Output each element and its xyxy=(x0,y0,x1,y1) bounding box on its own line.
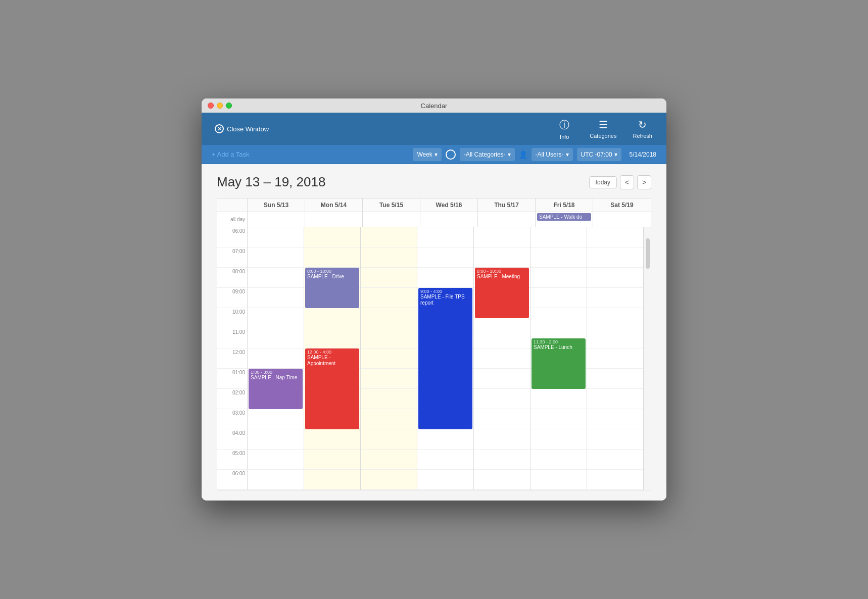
refresh-label: Refresh xyxy=(633,133,652,139)
time-column: 06:0007:0008:0009:0010:0011:0012:0001:00… xyxy=(217,227,248,490)
hour-cell-d2-h2 xyxy=(361,268,417,288)
timezone-label: UTC -07:00 xyxy=(581,151,612,158)
time-header xyxy=(217,198,248,212)
hour-cell-d6-h11 xyxy=(587,450,643,470)
hour-cell-d2-h8 xyxy=(361,389,417,409)
event-title: SAMPLE - File TPS report xyxy=(420,294,470,306)
hour-cell-d6-h8 xyxy=(587,389,643,409)
event-block[interactable]: 9:00 - 4:00SAMPLE - File TPS report xyxy=(418,288,472,429)
time-slot-2: 08:00 xyxy=(217,268,248,288)
toolbar-left: ✕ Close Window xyxy=(210,121,274,136)
day-col-3: 9:00 - 4:00SAMPLE - File TPS report xyxy=(417,227,474,490)
hour-cell-d5-h4 xyxy=(531,308,587,328)
all-day-tue xyxy=(363,212,420,227)
minimize-traffic-light[interactable] xyxy=(217,103,223,109)
next-week-button[interactable]: > xyxy=(637,175,651,189)
hour-cell-d0-h11 xyxy=(248,450,304,470)
scrollbar[interactable] xyxy=(644,227,651,490)
event-title: SAMPLE - Lunch xyxy=(534,344,584,351)
today-button[interactable]: today xyxy=(589,176,617,188)
time-slot-8: 02:00 xyxy=(217,389,248,409)
day-col-6 xyxy=(587,227,644,490)
categories-selector[interactable]: -All Categories- ▾ xyxy=(460,148,515,161)
hour-cell-d6-h7 xyxy=(587,369,643,389)
user-icon: 👤 xyxy=(519,151,527,159)
day-col-5: 11:30 - 2:00SAMPLE - Lunch xyxy=(531,227,587,490)
hour-cell-d4-h7 xyxy=(474,369,530,389)
all-day-fri: SAMPLE - Walk do xyxy=(536,212,593,227)
event-title: SAMPLE - Nap Time xyxy=(251,375,301,381)
hour-cell-d2-h1 xyxy=(361,247,417,268)
event-time: 8:00 - 10:30 xyxy=(477,269,527,274)
day-headers: Sun 5/13 Mon 5/14 Tue 5/15 Wed 5/16 Thu … xyxy=(217,198,651,212)
hour-cell-d5-h8 xyxy=(531,389,587,409)
time-slot-9: 03:00 xyxy=(217,409,248,429)
day-header-mon: Mon 5/14 xyxy=(305,198,363,212)
hour-cell-d2-h5 xyxy=(361,328,417,348)
add-task-label: + Add a Task xyxy=(212,151,250,158)
day-header-thu: Thu 5/17 xyxy=(478,198,536,212)
users-chevron-icon: ▾ xyxy=(566,151,569,158)
close-traffic-light[interactable] xyxy=(208,103,214,109)
categories-chevron-icon: ▾ xyxy=(508,151,511,158)
refresh-button[interactable]: ↻ Refresh xyxy=(626,116,658,142)
all-day-label: all day xyxy=(217,212,248,227)
hour-cell-d3-h0 xyxy=(417,227,473,247)
hour-cell-d3-h2 xyxy=(417,268,473,288)
day-col-0: 1:00 - 3:00SAMPLE - Nap Time xyxy=(248,227,304,490)
hour-cell-d2-h12 xyxy=(361,470,417,490)
close-window-icon: ✕ xyxy=(215,124,224,133)
event-block[interactable]: 8:00 - 10:30SAMPLE - Meeting xyxy=(475,268,529,318)
traffic-lights xyxy=(208,103,232,109)
current-date: 5/14/2018 xyxy=(625,149,660,160)
day-col-2 xyxy=(361,227,417,490)
info-label: Info xyxy=(560,134,569,140)
hour-cell-d5-h2 xyxy=(531,268,587,288)
day-header-tue: Tue 5/15 xyxy=(363,198,420,212)
hour-cell-d4-h11 xyxy=(474,450,530,470)
event-block[interactable]: 8:00 - 10:00SAMPLE - Drive xyxy=(305,268,359,308)
hour-cell-d5-h1 xyxy=(531,247,587,268)
event-block[interactable]: 12:00 - 4:00SAMPLE - Appointment xyxy=(305,348,359,429)
add-task-button[interactable]: + Add a Task xyxy=(208,148,254,160)
hour-cell-d2-h11 xyxy=(361,450,417,470)
hour-cell-d4-h12 xyxy=(474,470,530,490)
timezone-chevron-icon: ▾ xyxy=(614,151,617,158)
timezone-selector[interactable]: UTC -07:00 ▾ xyxy=(577,148,621,161)
hour-cell-d6-h1 xyxy=(587,247,643,268)
hour-cell-d0-h6 xyxy=(248,348,304,369)
toolbar-right: ⓘ Info ☰ Categories ↻ Refresh xyxy=(549,115,658,143)
all-day-event-walk[interactable]: SAMPLE - Walk do xyxy=(537,213,591,221)
users-filter-label: -All Users- xyxy=(536,151,564,158)
hour-cell-d5-h10 xyxy=(531,429,587,450)
hour-cell-d5-h0 xyxy=(531,227,587,247)
view-label: Week xyxy=(417,151,432,158)
hour-cell-d1-h0 xyxy=(304,227,360,247)
hour-cell-d0-h3 xyxy=(248,288,304,308)
event-block[interactable]: 1:00 - 3:00SAMPLE - Nap Time xyxy=(249,369,303,409)
all-day-row: all day SAMPLE - Walk do xyxy=(217,212,651,227)
close-window-button[interactable]: ✕ Close Window xyxy=(210,121,274,136)
categories-button[interactable]: ☰ Categories xyxy=(584,116,622,142)
hour-cell-d2-h0 xyxy=(361,227,417,247)
view-selector[interactable]: Week ▾ xyxy=(413,148,441,161)
title-bar: Calendar xyxy=(202,98,666,113)
hour-cell-d2-h10 xyxy=(361,429,417,450)
hour-cell-d6-h0 xyxy=(587,227,643,247)
main-toolbar: ✕ Close Window ⓘ Info ☰ Categories ↻ Ref… xyxy=(202,113,666,145)
time-slot-0: 06:00 xyxy=(217,227,248,247)
hour-cell-d4-h1 xyxy=(474,247,530,268)
hour-cell-d6-h2 xyxy=(587,268,643,288)
time-slot-4: 10:00 xyxy=(217,308,248,328)
hour-cell-d5-h3 xyxy=(531,288,587,308)
info-icon: ⓘ xyxy=(559,118,569,132)
hour-cell-d5-h11 xyxy=(531,450,587,470)
fullscreen-traffic-light[interactable] xyxy=(226,103,232,109)
prev-week-button[interactable]: < xyxy=(620,175,634,189)
event-time: 12:00 - 4:00 xyxy=(307,350,357,355)
info-button[interactable]: ⓘ Info xyxy=(549,115,580,143)
time-slot-1: 07:00 xyxy=(217,247,248,268)
hour-cell-d1-h10 xyxy=(304,429,360,450)
users-selector[interactable]: -All Users- ▾ xyxy=(532,148,573,161)
event-block[interactable]: 11:30 - 2:00SAMPLE - Lunch xyxy=(532,338,586,389)
